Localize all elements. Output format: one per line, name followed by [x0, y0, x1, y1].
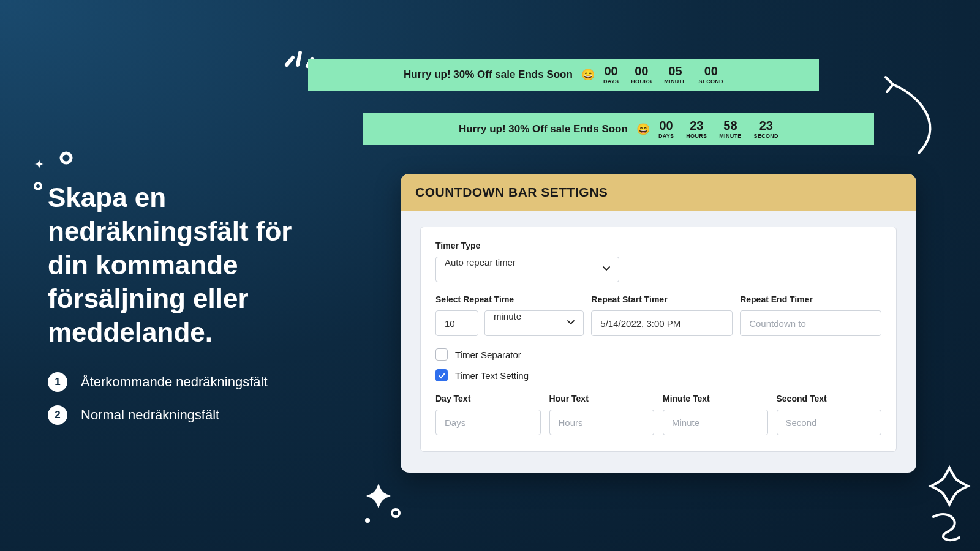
days-value: 00 — [658, 119, 674, 132]
hours-label: HOURS — [686, 133, 707, 139]
feature-badge: 2 — [48, 405, 67, 425]
feature-text: Normal nedräkningsfält — [81, 407, 219, 423]
marketing-copy: Skapa en nedräkningsfält för din kommand… — [48, 181, 336, 438]
svg-point-0 — [61, 153, 71, 163]
countdown-message: Hurry up! 30% Off sale Ends Soon — [459, 123, 628, 135]
repeat-time-unit-select[interactable]: minute — [484, 310, 584, 336]
feature-text: Återkommande nedräkningsfält — [81, 374, 268, 390]
hours-value: 00 — [631, 65, 652, 77]
day-text-label: Day Text — [435, 394, 541, 403]
days-value: 00 — [603, 65, 619, 77]
timer-separator-label: Timer Separator — [455, 350, 521, 360]
second-label: SECOND — [754, 133, 778, 139]
repeat-time-input[interactable] — [435, 310, 478, 336]
minute-text-label: Minute Text — [663, 394, 768, 403]
minute-value: 05 — [664, 65, 686, 77]
hour-text-label: Hour Text — [549, 394, 655, 403]
second-text-label: Second Text — [777, 394, 882, 403]
settings-card: Timer Type Auto repear timer Select Repe… — [420, 227, 897, 452]
repeat-time-unit: minute — [485, 311, 583, 335]
second-value: 00 — [699, 65, 723, 77]
feature-item: 2 Normal nedräkningsfält — [48, 405, 336, 425]
repeat-start-value[interactable] — [592, 311, 732, 335]
marketing-headline: Skapa en nedräkningsfält för din kommand… — [48, 181, 336, 349]
minute-value: 58 — [719, 119, 741, 132]
hours-value: 23 — [686, 119, 707, 132]
settings-panel: COUNTDOWN BAR SETTIGNS Timer Type Auto r… — [401, 174, 916, 473]
repeat-start-label: Repeat Start Timer — [591, 294, 733, 304]
hour-text-input[interactable] — [549, 410, 655, 435]
countdown-bar-preview-2: Hurry up! 30% Off sale Ends Soon 😄 00DAY… — [363, 113, 874, 145]
countdown-message: Hurry up! 30% Off sale Ends Soon — [404, 69, 573, 81]
feature-item: 1 Återkommande nedräkningsfält — [48, 372, 336, 392]
svg-point-3 — [365, 518, 370, 523]
svg-point-1 — [35, 183, 41, 189]
countdown-bar-preview-1: Hurry up! 30% Off sale Ends Soon 😄 00DAY… — [308, 59, 819, 91]
second-value: 23 — [754, 119, 778, 132]
timer-group: 00DAYS 23HOURS 58MINUTE 23SECOND — [658, 119, 778, 139]
feature-badge: 1 — [48, 372, 67, 392]
hours-label: HOURS — [631, 78, 652, 84]
repeat-time-value[interactable] — [436, 311, 478, 335]
timer-text-setting-label: Timer Text Setting — [455, 370, 529, 381]
repeat-start-input[interactable] — [591, 310, 733, 336]
repeat-end-label: Repeat End Timer — [740, 294, 881, 304]
timer-text-setting-checkbox[interactable] — [435, 369, 448, 381]
emoji-icon: 😄 — [581, 68, 595, 81]
second-label: SECOND — [699, 78, 723, 84]
days-label: DAYS — [658, 133, 674, 139]
repeat-time-label: Select Repeat Time — [435, 294, 584, 304]
minute-text-input[interactable] — [663, 410, 768, 435]
emoji-icon: 😄 — [636, 122, 650, 136]
timer-type-value: Auto repear timer — [436, 257, 619, 282]
days-label: DAYS — [603, 78, 619, 84]
timer-separator-checkbox[interactable] — [435, 348, 448, 361]
minute-label: MINUTE — [664, 78, 686, 84]
timer-type-label: Timer Type — [435, 241, 881, 250]
repeat-end-value[interactable] — [741, 311, 881, 335]
timer-type-select[interactable]: Auto repear timer — [435, 257, 619, 282]
day-text-input[interactable] — [435, 410, 541, 435]
settings-title: COUNTDOWN BAR SETTIGNS — [401, 174, 916, 211]
timer-group: 00DAYS 00HOURS 05MINUTE 00SECOND — [603, 65, 723, 84]
repeat-end-input[interactable] — [740, 310, 881, 336]
minute-label: MINUTE — [719, 133, 741, 139]
svg-point-2 — [392, 509, 399, 517]
second-text-input[interactable] — [777, 410, 882, 435]
